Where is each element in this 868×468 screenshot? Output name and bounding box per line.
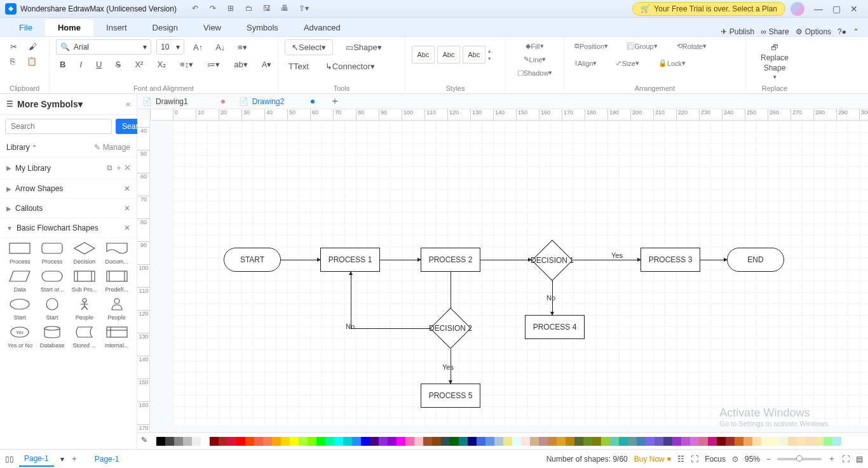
lib-arrow-shapes[interactable]: ▶Arrow Shapes✕ (0, 179, 137, 199)
color-swatch[interactable] (663, 437, 672, 446)
maximize-button[interactable]: ▢ (827, 4, 845, 14)
text-tool[interactable]: T Text (285, 59, 313, 74)
menu-design[interactable]: Design (140, 19, 191, 36)
node-process-4[interactable]: PROCESS 4 (525, 315, 585, 339)
color-swatch[interactable] (574, 437, 583, 446)
select-tool[interactable]: ↖ Select ▾ (285, 39, 333, 55)
shape-decision[interactable]: Decision (70, 241, 100, 265)
page-layout-icon[interactable]: ▯▯ (5, 455, 14, 464)
color-swatch[interactable] (583, 437, 592, 446)
color-swatch[interactable] (832, 437, 841, 446)
conn-start-p1[interactable] (281, 260, 320, 260)
bold-icon[interactable]: B (56, 57, 69, 72)
shape-data[interactable]: Data (5, 269, 35, 293)
menu-advanced[interactable]: Advanced (291, 19, 353, 36)
undo-icon[interactable]: ↶ (192, 4, 202, 14)
node-decision-1[interactable]: DECISION 1 (531, 239, 573, 281)
color-swatch[interactable] (379, 437, 388, 446)
panel-toggle-icon[interactable]: ▤ (856, 455, 863, 464)
color-swatch[interactable] (566, 437, 574, 446)
color-swatch[interactable] (681, 437, 690, 446)
zoom-slider[interactable] (777, 458, 822, 460)
color-swatch[interactable] (628, 437, 637, 446)
replace-shape-button[interactable]: 🗗 Replace Shape▾ (752, 39, 797, 84)
page-menu-icon[interactable]: ▾ (60, 455, 64, 464)
color-swatch[interactable] (272, 437, 281, 446)
color-swatch[interactable] (770, 437, 779, 446)
color-swatch[interactable] (432, 437, 441, 446)
style-down-icon[interactable]: ▾ (488, 55, 491, 62)
align-button[interactable]: ⫴ Align▾ (571, 57, 600, 70)
menu-insert[interactable]: Insert (93, 19, 140, 36)
position-button[interactable]: ⧉ Position▾ (571, 39, 612, 53)
shape-database[interactable]: Database (37, 324, 67, 349)
shape-predefined[interactable]: Predefi... (102, 269, 132, 293)
color-swatch[interactable] (370, 437, 379, 446)
color-swatch[interactable] (690, 437, 699, 446)
font-family-select[interactable]: 🔍 Arial▾ (56, 39, 151, 55)
color-swatch[interactable] (654, 437, 663, 446)
menu-view[interactable]: View (191, 19, 234, 36)
line-spacing-icon[interactable]: ≡↕▾ (176, 57, 197, 72)
color-swatch[interactable] (477, 437, 485, 446)
shape-people-1[interactable]: People (70, 297, 100, 321)
color-swatch[interactable] (281, 437, 290, 446)
color-swatch[interactable] (388, 437, 397, 446)
close-button[interactable]: ✕ (845, 4, 863, 14)
color-swatch[interactable] (726, 437, 735, 446)
shape-process-1[interactable]: Process (5, 241, 35, 265)
tab-drawing2[interactable]: 📄Drawing2 (234, 94, 324, 109)
color-swatch[interactable] (512, 437, 521, 446)
color-swatch[interactable] (761, 437, 770, 446)
paste-icon[interactable]: 📋 (23, 54, 41, 69)
style-up-icon[interactable]: ▴ (488, 48, 491, 54)
color-swatch[interactable] (824, 437, 832, 446)
color-swatch[interactable] (521, 437, 530, 446)
color-swatch[interactable] (263, 437, 272, 446)
symbol-search-input[interactable] (5, 119, 112, 134)
share-button[interactable]: ∞ Share (761, 27, 789, 36)
color-swatch[interactable] (646, 437, 654, 446)
color-swatch[interactable] (405, 437, 414, 446)
node-start[interactable]: START (224, 248, 281, 272)
color-swatch[interactable] (539, 437, 548, 446)
color-swatch[interactable] (459, 437, 468, 446)
color-swatch[interactable] (752, 437, 761, 446)
shape-subprocess[interactable]: Sub Pro... (70, 269, 100, 293)
group-button[interactable]: ⿴ Group▾ (623, 39, 661, 53)
focus-button[interactable]: Focus (705, 455, 726, 464)
color-swatch[interactable] (308, 437, 316, 446)
connector-tool[interactable]: ↳ Connector ▾ (322, 59, 379, 74)
color-swatch[interactable] (219, 437, 227, 446)
shape-start-or[interactable]: Start or... (37, 269, 67, 293)
conn-p3-end[interactable] (700, 260, 727, 260)
lib-callouts[interactable]: ▶Callouts✕ (0, 199, 137, 218)
export-icon[interactable]: ⇪▾ (299, 4, 309, 14)
color-swatch[interactable] (192, 437, 201, 446)
print-icon[interactable]: 🖶 (281, 4, 291, 14)
node-process-5[interactable]: PROCESS 5 (421, 384, 480, 408)
shape-document[interactable]: Docum... (102, 241, 132, 265)
add-page-icon[interactable]: ＋ (71, 453, 78, 464)
lock-button[interactable]: 🔒 Lock▾ (654, 57, 689, 70)
shadow-button[interactable]: ▢ Shadow ▾ (512, 66, 557, 79)
color-swatch[interactable] (352, 437, 361, 446)
color-swatch[interactable] (592, 437, 601, 446)
color-swatch[interactable] (361, 437, 370, 446)
shape-start-ellipse[interactable]: Start (5, 297, 35, 321)
color-swatch[interactable] (343, 437, 352, 446)
page-tab[interactable]: Page-1 (19, 451, 54, 467)
highlight-icon[interactable]: ab ▾ (230, 57, 251, 72)
fullscreen-icon[interactable]: ⛶ (691, 455, 698, 464)
color-swatch[interactable] (290, 437, 299, 446)
minimize-button[interactable]: — (810, 4, 827, 14)
line-button[interactable]: ✎ Line ▾ (512, 53, 557, 66)
color-swatch[interactable] (619, 437, 628, 446)
zoom-out-icon[interactable]: − (766, 455, 771, 464)
menu-symbols[interactable]: Symbols (234, 19, 291, 36)
options-button[interactable]: ⚙ Options (796, 27, 831, 36)
node-process-2[interactable]: PROCESS 2 (421, 248, 480, 272)
align-text-icon[interactable]: ≡▾ (234, 40, 251, 55)
color-swatch[interactable] (788, 437, 797, 446)
node-end[interactable]: END (727, 248, 784, 272)
